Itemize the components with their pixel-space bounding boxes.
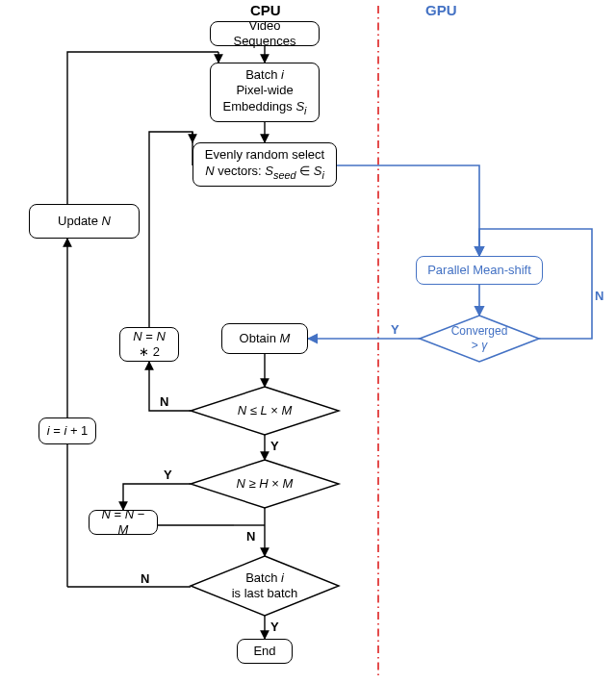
label-condL-N: N — [160, 394, 168, 409]
node-nMinus-text: N = N − M — [95, 507, 151, 539]
node-end-text: End — [253, 644, 275, 659]
node-condH: N ≥ H × M — [191, 460, 339, 508]
node-start: Video Sequences — [210, 21, 320, 46]
node-meanshift-text: Parallel Mean-shift — [427, 263, 531, 278]
node-condL-text: N ≤ L × M — [234, 403, 296, 418]
node-batch-text: Batch iPixel-wideEmbeddings Si — [223, 67, 307, 117]
node-last-text: Batch iis last batch — [228, 570, 302, 602]
node-inc: i = i + 1 — [38, 417, 96, 444]
label-converged-N: N — [595, 289, 603, 303]
label-last-Y: Y — [270, 620, 279, 634]
node-inc-text: i = i + 1 — [47, 423, 89, 439]
node-obtainM-text: Obtain M — [240, 331, 291, 346]
node-meanshift: Parallel Mean-shift — [416, 256, 543, 285]
label-converged-Y: Y — [391, 322, 399, 337]
label-last-N: N — [141, 571, 149, 586]
node-select-text: Evenly random selectN vectors: Sseed ∈ S… — [205, 147, 324, 181]
node-end: End — [237, 639, 293, 664]
node-converged: Converged> γ — [420, 316, 539, 362]
node-n2-text: N = N ∗ 2 — [126, 329, 172, 361]
node-select: Evenly random selectN vectors: Sseed ∈ S… — [192, 142, 337, 187]
label-condH-Y: Y — [164, 468, 172, 482]
node-condL: N ≤ L × M — [191, 387, 339, 435]
node-nMinus: N = N − M — [89, 510, 158, 535]
node-converged-text: Converged> γ — [448, 324, 512, 353]
node-batch: Batch iPixel-wideEmbeddings Si — [210, 63, 320, 122]
node-updateN: Update N — [29, 204, 140, 239]
node-condH-text: N ≥ H × M — [233, 476, 297, 492]
node-n2: N = N ∗ 2 — [119, 327, 179, 362]
node-start-text: Video Sequences — [217, 18, 313, 50]
node-updateN-text: Update N — [58, 214, 111, 229]
label-condL-Y: Y — [270, 439, 279, 453]
node-last: Batch iis last batch — [191, 556, 339, 616]
label-condH-N: N — [246, 529, 255, 544]
node-obtainM: Obtain M — [221, 323, 308, 354]
